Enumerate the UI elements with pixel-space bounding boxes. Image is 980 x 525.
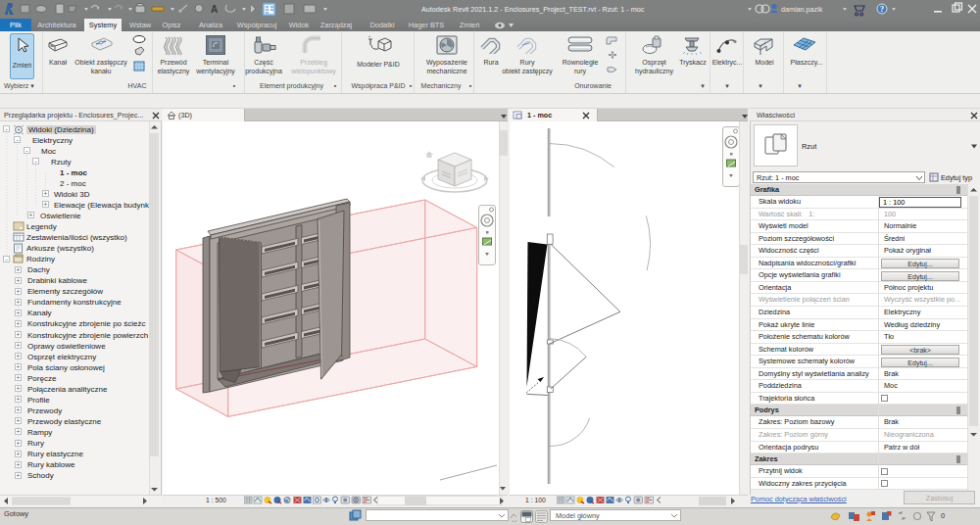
svg-text:?: ?: [880, 5, 884, 14]
svg-text:A: A: [211, 4, 218, 15]
